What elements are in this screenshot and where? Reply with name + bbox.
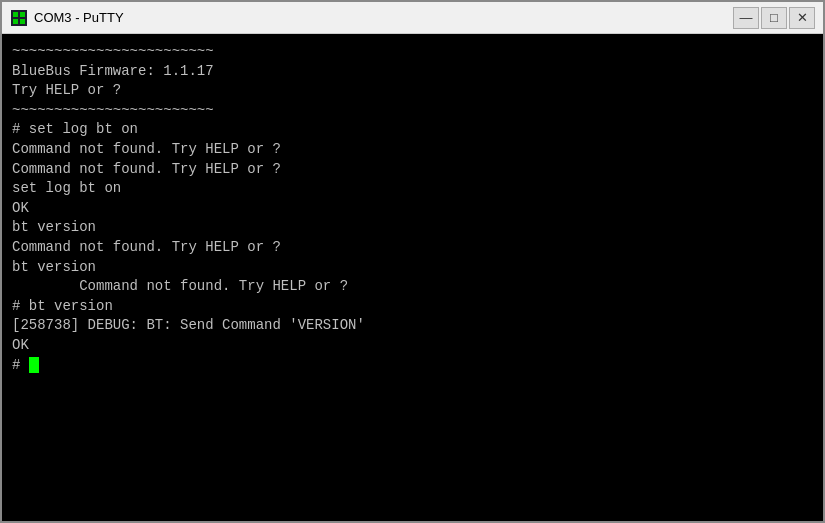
app-icon <box>10 9 28 27</box>
terminal-line-5: # set log bt on <box>12 121 138 137</box>
terminal-line-14: # bt version <box>12 298 113 314</box>
terminal-output[interactable]: ~~~~~~~~~~~~~~~~~~~~~~~~ BlueBus Firmwar… <box>2 34 823 521</box>
svg-rect-4 <box>20 19 25 24</box>
svg-rect-1 <box>13 12 18 17</box>
title-bar: COM3 - PuTTY — □ ✕ <box>2 2 823 34</box>
terminal-line-12: bt version <box>12 259 96 275</box>
terminal-prompt: # <box>12 357 29 373</box>
svg-rect-2 <box>20 12 25 17</box>
terminal-line-1: ~~~~~~~~~~~~~~~~~~~~~~~~ <box>12 43 214 59</box>
terminal-line-9: OK <box>12 200 29 216</box>
title-bar-buttons: — □ ✕ <box>733 7 815 29</box>
terminal-line-15: [258738] DEBUG: BT: Send Command 'VERSIO… <box>12 317 365 333</box>
minimize-button[interactable]: — <box>733 7 759 29</box>
terminal-line-6: Command not found. Try HELP or ? <box>12 141 281 157</box>
terminal-line-8: set log bt on <box>12 180 121 196</box>
terminal-line-16: OK <box>12 337 29 353</box>
terminal-line-2: BlueBus Firmware: 1.1.17 <box>12 63 214 79</box>
terminal-line-3: Try HELP or ? <box>12 82 121 98</box>
maximize-button[interactable]: □ <box>761 7 787 29</box>
terminal-line-10: bt version <box>12 219 96 235</box>
window: COM3 - PuTTY — □ ✕ ~~~~~~~~~~~~~~~~~~~~~… <box>0 0 825 523</box>
title-bar-left: COM3 - PuTTY <box>10 9 124 27</box>
svg-rect-3 <box>13 19 18 24</box>
terminal-cursor <box>29 357 39 373</box>
terminal-line-4: ~~~~~~~~~~~~~~~~~~~~~~~~ <box>12 102 214 118</box>
terminal-line-11: Command not found. Try HELP or ? <box>12 239 281 255</box>
terminal-line-7: Command not found. Try HELP or ? <box>12 161 281 177</box>
terminal-line-13: Command not found. Try HELP or ? <box>12 278 348 294</box>
close-button[interactable]: ✕ <box>789 7 815 29</box>
window-title: COM3 - PuTTY <box>34 10 124 25</box>
